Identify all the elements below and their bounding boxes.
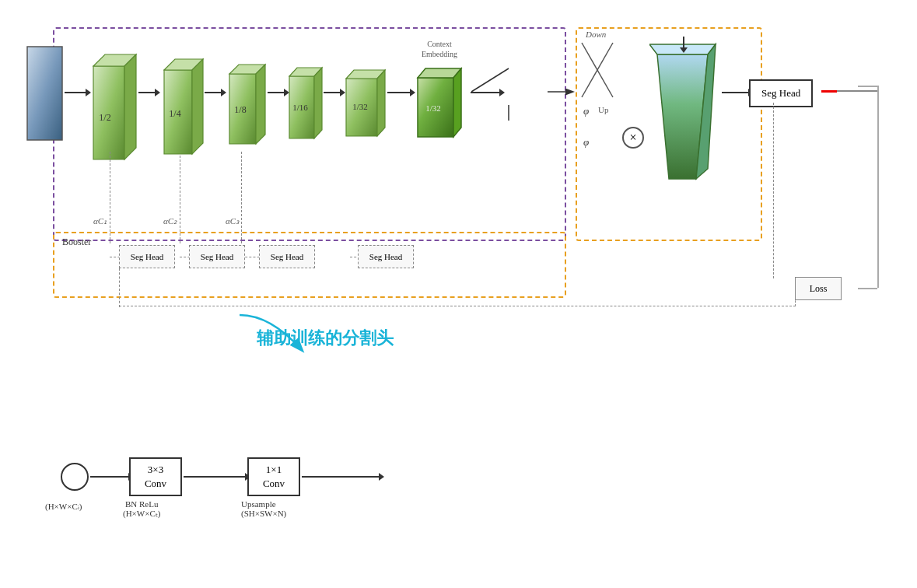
multiply-circle: × xyxy=(622,127,644,149)
arrow-circle-conv1 xyxy=(90,476,129,478)
svg-marker-3 xyxy=(124,54,136,159)
cube-6-context: 1/32 xyxy=(408,61,471,145)
right-bracket-line xyxy=(877,86,879,288)
svg-rect-0 xyxy=(27,47,62,140)
right-bracket-bottom xyxy=(858,288,877,289)
seg-head-booster-2: Seg Head xyxy=(189,245,245,268)
h-to-vline xyxy=(837,90,877,92)
conv2-box: 1×1 Conv xyxy=(247,457,300,496)
svg-marker-23 xyxy=(453,68,461,137)
seg-head-booster-1: Seg Head xyxy=(119,245,175,268)
context-embedding-label: Context Embedding xyxy=(412,39,467,59)
right-bracket-top xyxy=(858,86,877,87)
seg-head-top-right: Seg Head xyxy=(749,79,813,107)
cube-3: 1/8 xyxy=(220,58,267,153)
arrow-down-ctx xyxy=(683,37,684,48)
annotation-text: 辅助训练的分割头 xyxy=(257,327,394,350)
diagram-container: Booster xyxy=(0,0,917,588)
alpha-c2-label: αC₂ xyxy=(163,216,177,226)
alpha-c1-label: αC₁ xyxy=(93,216,107,226)
alpha-c2-vline xyxy=(180,156,180,243)
booster-label: Booster xyxy=(62,236,91,248)
svg-text:1/4: 1/4 xyxy=(169,108,180,119)
svg-text:1/8: 1/8 xyxy=(234,104,246,115)
arrow-c5-ctx xyxy=(387,92,411,93)
svg-text:1/32: 1/32 xyxy=(425,103,441,113)
svg-marker-15 xyxy=(314,68,322,138)
cube-1: 1/2 xyxy=(82,47,140,166)
attention-connections xyxy=(471,47,600,144)
svg-text:1/2: 1/2 xyxy=(99,112,110,123)
cube-4: 1/16 xyxy=(282,62,324,147)
seg-head-booster-3: Seg Head xyxy=(259,245,315,268)
svg-line-30 xyxy=(471,68,509,92)
vdline-segh-loss xyxy=(773,103,774,278)
conv1-box: 3×3 Conv xyxy=(129,457,182,496)
red-line-output xyxy=(821,90,837,93)
loss-box: Loss xyxy=(795,277,842,300)
circle-input xyxy=(61,463,89,491)
svg-marker-11 xyxy=(256,65,265,144)
arrow-attn-segh xyxy=(722,92,749,93)
attention-cube xyxy=(649,35,719,194)
bn-relu-label: BN ReLu (H×W×Cₜ) xyxy=(123,499,160,519)
alpha-c3-label: αC₃ xyxy=(226,216,239,226)
input-image xyxy=(23,43,66,147)
svg-text:1/16: 1/16 xyxy=(292,103,308,112)
alpha-c1-vline xyxy=(110,152,110,243)
cube-2: 1/4 xyxy=(153,53,206,161)
seg-head-booster-4: Seg Head xyxy=(358,245,414,268)
vdline-sh1-loss xyxy=(119,268,120,307)
upsample-label: Upsample (SH×SW×N) xyxy=(241,499,286,518)
svg-marker-7 xyxy=(192,59,203,154)
arrow-conv1-conv2 xyxy=(184,476,246,478)
cube-5: 1/32 xyxy=(338,65,389,145)
input-size-label: (H×W×Cᵢ) xyxy=(45,502,82,512)
arrow-c2-c3 xyxy=(205,92,222,93)
svg-marker-19 xyxy=(377,70,385,136)
hdline-to-loss xyxy=(119,306,796,306)
down-label: Down xyxy=(586,30,606,39)
up-label: Up xyxy=(598,105,608,114)
arrow-conv2-out xyxy=(302,476,380,478)
svg-text:1/32: 1/32 xyxy=(352,102,368,111)
alpha-c3-vline xyxy=(241,152,242,243)
